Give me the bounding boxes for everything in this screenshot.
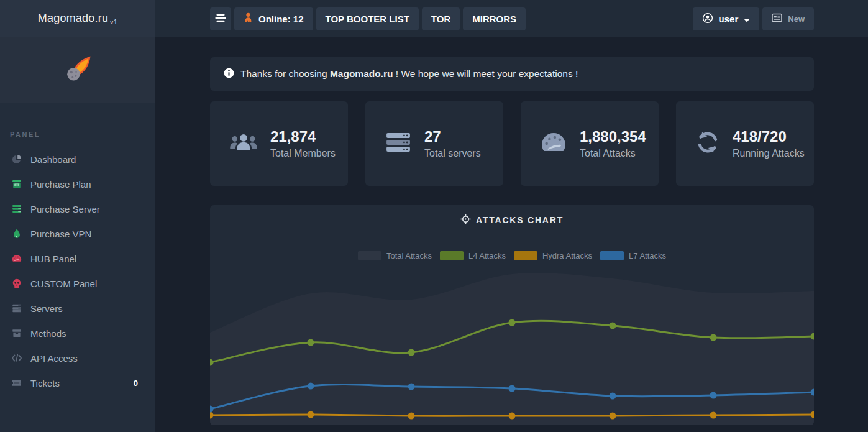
sidebar: Magomado.ruv1 PANEL Dashboard (0, 0, 155, 432)
banner-brand: Magomado.ru (330, 68, 393, 79)
top-booter-list-label: TOP BOOTER LIST (326, 14, 409, 24)
sidebar-section-label: PANEL (10, 131, 155, 138)
stat-value: 27 (424, 128, 481, 145)
top-booter-list-button[interactable]: TOP BOOTER LIST (316, 7, 419, 30)
sidebar-item-purchase-plan[interactable]: Purchase Plan (0, 172, 155, 196)
stat-label: Running Attacks (733, 148, 805, 159)
stat-value: 418/720 (733, 128, 805, 145)
gauge-icon (10, 253, 24, 264)
legend-swatch (358, 251, 381, 260)
logo-banner (0, 37, 155, 103)
top-navbar: Online: 12 TOP BOOTER LIST TOR MIRRORS u… (155, 0, 868, 37)
attacks-chart-card: ATTACKS CHART Total AttacksL4 AttacksHyd… (210, 205, 814, 425)
sidebar-item-methods[interactable]: Methods (0, 321, 155, 346)
sidebar-item-label: Dashboard (30, 154, 76, 165)
stat-label: Total Members (270, 148, 336, 159)
news-button[interactable]: New (762, 7, 814, 30)
sidebar-toggle-button[interactable] (210, 7, 231, 30)
chart-legend: Total AttacksL4 AttacksHydra AttacksL7 A… (210, 251, 814, 260)
sidebar-item-tickets[interactable]: Tickets 0 (0, 370, 155, 395)
stat-value: 1,880,354 (580, 128, 646, 145)
legend-label: Hydra Attacks (542, 251, 592, 260)
mirrors-button[interactable]: MIRRORS (463, 7, 526, 30)
sidebar-item-custom-panel[interactable]: CUSTOM Panel (0, 271, 155, 296)
info-circle-icon (224, 68, 234, 81)
tickets-count-badge: 0 (134, 379, 138, 388)
stat-card-running-attacks: 418/720 Running Attacks (676, 101, 814, 186)
sidebar-item-label: Purchase VPN (30, 229, 91, 239)
sidebar-item-purchase-vpn[interactable]: Purchase VPN (0, 221, 155, 246)
welcome-banner-text: Thanks for choosing Magomado.ru ! We hop… (240, 68, 578, 80)
user-circle-icon (702, 12, 713, 25)
sidebar-item-label: CUSTOM Panel (30, 278, 97, 289)
tor-label: TOR (431, 14, 450, 24)
sidebar-item-label: Purchase Server (30, 204, 100, 214)
server-icon (10, 303, 24, 314)
sidebar-header: Magomado.ruv1 (0, 0, 155, 37)
brand-link[interactable]: Magomado.ruv1 (38, 12, 117, 26)
sidebar-item-hub-panel[interactable]: HUB Panel (0, 246, 155, 271)
sidebar-item-label: Methods (30, 328, 66, 339)
code-icon (10, 353, 24, 363)
newspaper-icon (772, 13, 782, 24)
stat-label: Total servers (424, 148, 481, 159)
server-icon (10, 203, 24, 214)
attacks-chart-svg (210, 205, 814, 425)
legend-item-l7-attacks[interactable]: L7 Attacks (600, 251, 666, 260)
legend-item-total-attacks[interactable]: Total Attacks (358, 251, 432, 260)
stat-value: 21,874 (270, 128, 336, 145)
legend-label: Total Attacks (386, 251, 432, 260)
sidebar-item-label: Servers (30, 303, 63, 314)
sync-icon (695, 131, 720, 156)
stat-label: Total Attacks (580, 148, 646, 159)
sidebar-item-label: API Access (30, 353, 78, 364)
legend-swatch (514, 251, 537, 260)
legend-item-l4-attacks[interactable]: L4 Attacks (440, 251, 506, 260)
box-icon (10, 328, 24, 339)
main-content: Thanks for choosing Magomado.ru ! We hop… (155, 37, 868, 432)
stat-card-total-members: 21,874 Total Members (210, 101, 348, 186)
bars-icon (215, 14, 226, 24)
servers-icon (385, 132, 412, 155)
chevron-down-icon (744, 14, 750, 24)
sidebar-item-dashboard[interactable]: Dashboard (0, 147, 155, 172)
legend-item-hydra-attacks[interactable]: Hydra Attacks (514, 251, 592, 260)
user-menu-button[interactable]: user (693, 7, 760, 30)
online-count-label: Online: 12 (258, 14, 304, 24)
brand-text: Magomado.ru (38, 12, 108, 24)
skull-icon (10, 278, 24, 289)
pie-chart-icon (10, 154, 24, 165)
ticket-icon (10, 379, 24, 387)
chart-title: ATTACKS CHART (210, 214, 814, 226)
mirrors-label: MIRRORS (472, 14, 516, 24)
stat-card-total-servers: 27 Total servers (365, 101, 503, 186)
stats-row: 21,874 Total Members 27 (210, 101, 814, 186)
sidebar-item-label: Tickets (30, 378, 60, 388)
crosshairs-icon (460, 214, 471, 226)
online-user-icon (244, 12, 253, 25)
welcome-banner: Thanks for choosing Magomado.ru ! We hop… (210, 57, 814, 91)
legend-swatch (600, 251, 624, 260)
tachometer-icon (540, 132, 567, 155)
legend-swatch (440, 251, 464, 260)
store-icon (10, 178, 24, 190)
brand-version: v1 (110, 18, 117, 25)
sidebar-item-purchase-server[interactable]: Purchase Server (0, 196, 155, 221)
user-menu-label: user (719, 14, 739, 24)
chart-title-text: ATTACKS CHART (476, 215, 564, 225)
sidebar-item-api-access[interactable]: API Access (0, 346, 155, 370)
sidebar-item-label: Purchase Plan (30, 179, 91, 190)
sidebar-item-servers[interactable]: Servers (0, 296, 155, 321)
users-icon (229, 132, 258, 155)
online-count-button[interactable]: Online: 12 (234, 7, 313, 30)
news-label: New (788, 14, 805, 24)
comet-icon (63, 55, 92, 86)
stat-card-total-attacks: 1,880,354 Total Attacks (521, 101, 659, 186)
tor-button[interactable]: TOR (422, 7, 460, 30)
legend-label: L7 Attacks (629, 251, 666, 260)
droplet-icon (10, 228, 24, 239)
legend-label: L4 Attacks (468, 251, 506, 260)
sidebar-item-label: HUB Panel (30, 254, 76, 264)
